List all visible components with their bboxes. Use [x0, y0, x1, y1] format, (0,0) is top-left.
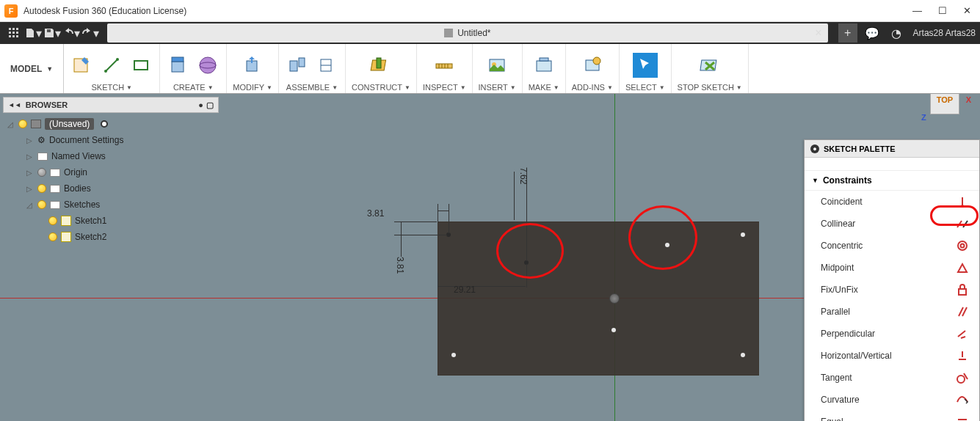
- press-pull-button[interactable]: [240, 53, 265, 78]
- browser-options-icon[interactable]: ●: [198, 100, 203, 110]
- bulb-icon[interactable]: [48, 233, 57, 241]
- tree-item-sketch2[interactable]: Sketch2: [3, 229, 219, 245]
- svg-rect-44: [959, 289, 966, 295]
- twisty-icon[interactable]: ▷: [25, 136, 34, 144]
- bulb-icon[interactable]: [48, 216, 57, 225]
- ribbon-label-make[interactable]: MAKE▼: [529, 83, 559, 93]
- save-icon[interactable]: ▾: [43, 23, 62, 43]
- ribbon-label-modify[interactable]: MODIFY▼: [233, 83, 272, 93]
- plane-button[interactable]: [369, 53, 393, 78]
- constraint-concentric[interactable]: Concentric: [805, 235, 979, 257]
- workspace-mode-dropdown[interactable]: MODEL▼: [0, 44, 64, 93]
- close-button[interactable]: ✕: [963, 5, 971, 16]
- constraint-horizontal-vertical[interactable]: Horizontal/Vertical: [805, 345, 979, 367]
- palette-header[interactable]: ● SKETCH PALETTE: [805, 140, 979, 158]
- active-radio-icon[interactable]: [101, 120, 108, 128]
- twisty-icon[interactable]: ◿: [25, 201, 34, 209]
- twisty-icon[interactable]: ◿: [6, 120, 15, 128]
- constraint-midpoint[interactable]: Midpoint: [805, 257, 979, 279]
- select-button[interactable]: [633, 53, 658, 78]
- quick-access-bar: ▾ ▾ ▾ ▾ Untitled* × + 💬 ◔ Artas28 Artas2…: [0, 22, 980, 44]
- ribbon-label-construct[interactable]: CONSTRUCT▼: [352, 83, 410, 93]
- sketch-body[interactable]: [438, 222, 759, 376]
- job-status-icon[interactable]: ◔: [891, 26, 901, 40]
- grid-menu-icon[interactable]: [4, 23, 23, 43]
- ribbon-label-select[interactable]: SELECT▼: [625, 83, 665, 93]
- tree-root[interactable]: ◿ (Unsaved): [3, 116, 219, 132]
- stop-sketch-button[interactable]: [697, 53, 722, 78]
- ribbon-label-inspect[interactable]: INSPECT▼: [423, 83, 466, 93]
- browser-header[interactable]: ◄◄ BROWSER ●▢: [3, 97, 219, 113]
- constraint-label: Parallel: [821, 307, 850, 317]
- ribbon-label-insert[interactable]: INSERT▼: [479, 83, 516, 93]
- maximize-button[interactable]: ☐: [938, 5, 947, 16]
- document-tab[interactable]: Untitled*: [437, 23, 498, 43]
- tree-item-bodies[interactable]: ▷ Bodies: [3, 180, 219, 197]
- twisty-icon[interactable]: ▷: [25, 169, 34, 177]
- palette-section-constraints[interactable]: ▼Constraints: [805, 171, 979, 191]
- addins-button[interactable]: [580, 53, 605, 78]
- sketch-point[interactable]: [741, 233, 745, 237]
- minimize-button[interactable]: —: [912, 5, 922, 16]
- bulb-icon[interactable]: [37, 168, 46, 177]
- constraint-fix[interactable]: Fix/UnFix: [805, 279, 979, 301]
- tree-item-sketches[interactable]: ◿ Sketches: [3, 197, 219, 213]
- viewport[interactable]: 3.81 3.81 7.62 29.21 TOP X Z ◄◄ BROWSER …: [0, 94, 980, 421]
- file-menu-icon[interactable]: ▾: [23, 23, 43, 43]
- dimension-value[interactable]: 3.81: [367, 208, 384, 219]
- joint-button[interactable]: [285, 53, 310, 78]
- undo-icon[interactable]: ▾: [62, 23, 81, 43]
- as-built-joint-button[interactable]: [314, 53, 339, 78]
- annotation-circle: [496, 223, 564, 279]
- tree-item-document-settings[interactable]: ▷ ⚙ Document Settings: [3, 132, 219, 148]
- tree-item-named-views[interactable]: ▷ Named Views: [3, 148, 219, 164]
- bulb-icon[interactable]: [18, 120, 27, 128]
- line-tool-button[interactable]: [99, 53, 124, 78]
- constraint-perpendicular[interactable]: Perpendicular: [805, 323, 979, 345]
- constraint-label: Perpendicular: [821, 329, 875, 339]
- ribbon-label-addins[interactable]: ADD-INS▼: [572, 83, 613, 93]
- sphere-button[interactable]: [195, 53, 220, 78]
- dimension-value[interactable]: 29.21: [454, 285, 476, 295]
- ribbon-label-create[interactable]: CREATE▼: [173, 83, 214, 93]
- view-cube[interactable]: TOP X Z: [926, 94, 965, 120]
- palette-cutoff-row: [805, 158, 979, 171]
- redo-icon[interactable]: ▾: [81, 23, 100, 43]
- measure-button[interactable]: [432, 53, 457, 78]
- notifications-icon[interactable]: 💬: [865, 26, 879, 40]
- sketch-point[interactable]: [741, 353, 745, 357]
- dimension-value[interactable]: 7.62: [518, 167, 529, 184]
- twisty-icon[interactable]: ▷: [25, 153, 34, 161]
- constraint-curvature[interactable]: Curvature: [805, 389, 979, 411]
- browser-pin-icon[interactable]: ▢: [206, 100, 214, 110]
- twisty-icon[interactable]: ▷: [25, 185, 34, 193]
- tab-close-icon[interactable]: ×: [815, 26, 821, 40]
- extrude-button[interactable]: [166, 53, 191, 78]
- concentric-icon: [956, 239, 969, 252]
- tree-item-sketch1[interactable]: Sketch1: [3, 213, 219, 229]
- bulb-icon[interactable]: [37, 184, 46, 193]
- ribbon-label-sketch[interactable]: SKETCH▼: [91, 83, 132, 93]
- ribbon-label-stopsketch[interactable]: STOP SKETCH▼: [678, 83, 742, 93]
- rectangle-tool-button[interactable]: [128, 53, 153, 78]
- tree-item-origin[interactable]: ▷ Origin: [3, 164, 219, 180]
- create-sketch-button[interactable]: [70, 53, 95, 78]
- user-menu[interactable]: Artas28 Artas28: [913, 28, 976, 38]
- dim-line: [401, 222, 402, 257]
- insert-button[interactable]: [484, 53, 509, 78]
- dimension-value[interactable]: 3.81: [395, 257, 405, 274]
- sketch-point[interactable]: [451, 353, 456, 357]
- origin-marker[interactable]: [609, 293, 620, 304]
- ribbon-label-assemble[interactable]: ASSEMBLE▼: [286, 83, 338, 93]
- sketch-point[interactable]: [611, 328, 616, 332]
- constraint-parallel[interactable]: Parallel: [805, 301, 979, 323]
- view-cube-face[interactable]: TOP: [930, 94, 959, 114]
- constraint-tangent[interactable]: Tangent: [805, 367, 979, 389]
- new-tab-button[interactable]: +: [838, 23, 857, 43]
- constraint-equal[interactable]: Equal: [805, 411, 979, 421]
- bulb-icon[interactable]: [37, 200, 46, 209]
- tree-label: Bodies: [64, 183, 91, 194]
- make-button[interactable]: [531, 53, 556, 78]
- collapse-icon[interactable]: ◄◄: [8, 101, 21, 109]
- close-icon[interactable]: ●: [810, 144, 819, 153]
